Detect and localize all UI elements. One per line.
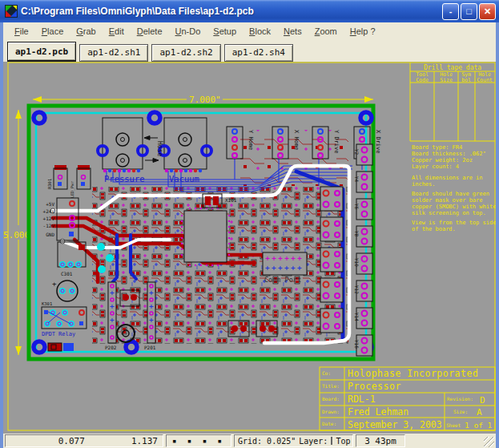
svg-text:All dimensions are in: All dimensions are in	[412, 175, 483, 181]
layer-color-swatch[interactable]	[331, 437, 332, 445]
silk-legend	[48, 343, 74, 351]
p202-label: P202	[105, 345, 117, 350]
tab-ap1-d2-sh2[interactable]: ap1-d2.sh2	[151, 44, 220, 62]
comm-port-label: Comm Port	[264, 276, 301, 284]
board-name: RDL-1	[348, 394, 376, 405]
sheet-value: 1 of 1	[465, 421, 493, 430]
grid-layer-panel[interactable]: Grid: 0.025" Layer: Top Copp	[234, 434, 353, 447]
cursor-y: 1.137	[131, 436, 158, 446]
drawn-label: Drawn:	[322, 409, 340, 414]
p202-connector	[108, 282, 116, 343]
date-value: September 3, 2003	[348, 419, 442, 430]
tab-ap1-d2-sh1[interactable]: ap1-d2.sh1	[79, 44, 148, 62]
y-conn-label: Y14	[354, 313, 360, 321]
drawn-by: Fred Lehman	[348, 406, 408, 418]
status-dots: ▪ ▪ ▪ ▪	[166, 434, 231, 447]
white-pin	[60, 239, 65, 244]
revision-value: D	[480, 395, 485, 406]
menu-undo[interactable]: Un-Do	[169, 25, 207, 38]
svg-text:+: +	[52, 280, 57, 288]
svg-text:of the board.: of the board.	[412, 226, 456, 232]
menu-setup[interactable]: Setup	[207, 25, 243, 38]
p201-label: P201	[144, 345, 156, 350]
size-label: Size:	[453, 409, 468, 414]
menu-nets[interactable]: Nets	[277, 25, 308, 38]
svg-text:Board should have green: Board should have green	[412, 191, 489, 197]
dim-width-label: 7.000"	[189, 95, 221, 105]
r301-label: R301	[47, 179, 52, 189]
date-label: Date:	[322, 421, 336, 426]
menu-help[interactable]: Help ?	[344, 25, 382, 38]
menu-edit[interactable]: Edit	[103, 25, 131, 38]
app-icon	[5, 5, 18, 18]
menu-file[interactable]: File	[8, 25, 35, 38]
menu-bar: File Place Grab Edit Delete Un-Do Setup …	[3, 22, 496, 40]
layer-value: Top Copp	[336, 437, 353, 446]
pcb-drawing: 7.000" 5.000"	[3, 62, 496, 434]
y-home-label: Y Home	[247, 130, 254, 150]
drill-table-title: Drill tape data	[424, 64, 481, 71]
menu-delete[interactable]: Delete	[131, 25, 169, 38]
pin-24v: +24V	[43, 208, 55, 214]
tab-ap1-d2-pcb[interactable]: ap1-d2.pcb	[7, 42, 76, 62]
svg-text:Board thickness: .062": Board thickness: .062"	[412, 151, 486, 157]
size-value: A	[477, 407, 482, 418]
svg-text:Board type: FR4: Board type: FR4	[412, 144, 462, 151]
x101-label: X101	[225, 197, 237, 203]
c301-label: C301	[61, 271, 73, 276]
led-pwr-label: LED_Pwr	[70, 181, 75, 198]
comm-port-connector	[263, 252, 307, 275]
y-conn-label: Y10	[354, 258, 360, 267]
minimize-button[interactable]: -	[442, 3, 459, 20]
vacuum-footprint	[159, 118, 211, 169]
layer-label: Layer:	[299, 437, 328, 446]
y-conn-label: Y12	[354, 285, 360, 294]
co-label: Co:	[322, 370, 331, 376]
svg-text:Layer count: 4: Layer count: 4	[412, 163, 459, 170]
y-conn-label: Y2	[354, 149, 360, 155]
pin-gnd: GND	[46, 232, 54, 237]
svg-text:silk screening on top.: silk screening on top.	[412, 210, 486, 216]
cursor-coordinates: 0.077 1.137	[5, 434, 163, 447]
pin-neg12v: -12V	[43, 223, 55, 228]
tab-ap1-d2-sh4[interactable]: ap1-d2.sh4	[224, 44, 293, 62]
status-bar: 0.077 1.137 ▪ ▪ ▪ ▪ Grid: 0.025" Layer: …	[3, 434, 496, 448]
menu-block[interactable]: Block	[243, 25, 277, 38]
cursor-x: 0.077	[58, 436, 85, 446]
grid-setting: Grid: 0.025"	[238, 437, 296, 446]
title-bar[interactable]: C:\Program Files\OmniGlyph\Data Files\ap…	[0, 0, 499, 22]
x-home-label: X Home	[293, 130, 300, 150]
menu-grab[interactable]: Grab	[70, 25, 102, 38]
board-title: Processor	[348, 381, 401, 392]
vacuum-label: Vacuum	[169, 174, 199, 184]
sheet-label: Sheet	[446, 422, 461, 428]
col-size: Size	[440, 77, 453, 83]
y-conn-label: Y6	[354, 204, 360, 210]
k301-label: K301	[42, 301, 52, 306]
hose-label: Hose	[156, 141, 163, 156]
menu-zoom[interactable]: Zoom	[308, 25, 344, 38]
x-drive-label: X Drive	[375, 130, 381, 154]
y-conn-label: Y16	[354, 340, 360, 349]
statusbar-filler	[408, 434, 494, 447]
window-title: C:\Program Files\OmniGlyph\Data Files\ap…	[21, 6, 441, 17]
svg-text:View is from the top side: View is from the top side	[412, 220, 496, 226]
col-count: Count	[477, 77, 493, 83]
board-label: Board:	[322, 396, 340, 402]
col-code: Code	[416, 77, 429, 83]
menu-place[interactable]: Place	[35, 25, 70, 38]
svg-text:inches.: inches.	[412, 181, 436, 188]
y-drive-label: Y Drive	[333, 130, 340, 154]
revision-label: Revision:	[447, 396, 473, 402]
title-label: Title:	[322, 383, 340, 389]
pressure-label: Pressure	[104, 174, 145, 184]
sheet-tab-bar: ap1-d2.pcb ap1-d2.sh1 ap1-d2.sh2 ap1-d2.…	[3, 40, 496, 62]
close-button[interactable]: ✕	[479, 3, 496, 20]
y-conn-label: Y4	[354, 176, 360, 183]
resize-grip[interactable]	[484, 437, 494, 447]
p201-connector	[147, 282, 155, 343]
clock: 3 43pm	[356, 434, 405, 447]
pin-12v: +12V	[43, 216, 55, 221]
maximize-button[interactable]: □	[461, 3, 477, 20]
pcb-canvas[interactable]: 7.000" 5.000"	[3, 62, 496, 434]
